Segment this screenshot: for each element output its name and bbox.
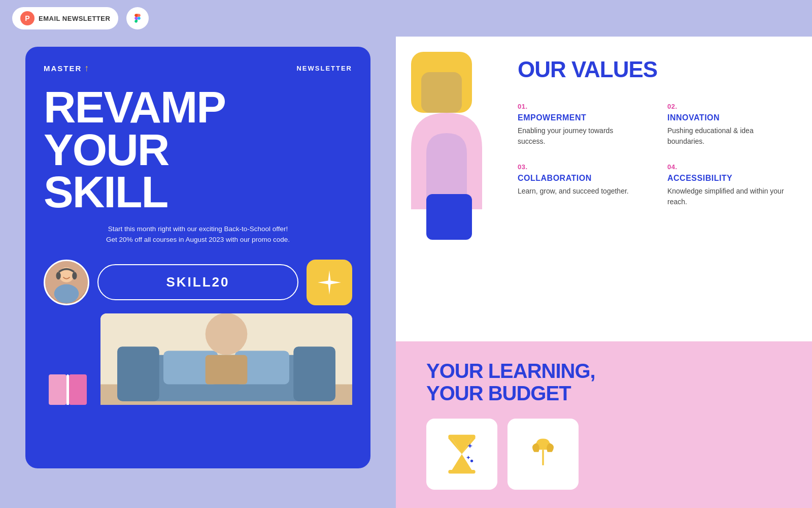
svg-rect-11 (117, 346, 159, 401)
star-icon (316, 269, 343, 296)
svg-point-2 (56, 272, 60, 279)
svg-rect-20 (448, 435, 475, 438)
promo-code-text: SKILL20 (166, 274, 229, 290)
value-item-4: 04. ACCESSIBILITY Knowledge simplified a… (667, 163, 787, 207)
patreon-icon: P (20, 11, 35, 25)
hourglass-svg (442, 434, 482, 474)
promo-code-pill: SKILL20 (97, 264, 298, 300)
patreon-letter: P (25, 14, 29, 22)
svg-point-4 (54, 284, 79, 303)
svg-rect-19 (426, 194, 472, 240)
budget-title: YOUR LEARNING,YOUR BUDGET (426, 360, 782, 404)
value-title-2: INNOVATION (667, 113, 787, 122)
blue-shape (426, 194, 477, 255)
main-content: MASTER ↑ NEWSLETTER REVAMP YOUR SKILL St… (0, 37, 812, 508)
value-desc-4: Knowledge simplified and within your rea… (667, 186, 787, 207)
hero-line-1: REVAMP (44, 86, 352, 129)
logo-area: MASTER ↑ (44, 63, 89, 74)
value-title-3: COLLABORATION (518, 174, 637, 183)
value-number-2: 02. (667, 103, 787, 110)
svg-rect-12 (293, 346, 335, 401)
hero-line-3: SKILL (44, 171, 352, 213)
svg-rect-18 (421, 72, 462, 113)
value-item-1: 01. EMPOWERMENT Enabling your journey to… (518, 103, 637, 147)
hero-line-2: YOUR (44, 129, 352, 171)
hourglass-card (426, 419, 497, 490)
svg-point-3 (72, 272, 77, 279)
tulip-svg (525, 436, 561, 472)
budget-section: YOUR LEARNING,YOUR BUDGET (396, 341, 812, 508)
value-title-1: EMPOWERMENT (518, 113, 637, 122)
avatar-circle (44, 260, 89, 305)
left-panel: MASTER ↑ NEWSLETTER REVAMP YOUR SKILL St… (0, 37, 396, 508)
figma-icon-button[interactable] (126, 7, 149, 29)
values-content: OUR VALUES 01. EMPOWERMENT Enabling your… (497, 37, 812, 341)
avatar-svg (45, 260, 88, 304)
svg-rect-5 (49, 374, 66, 405)
svg-rect-16 (206, 355, 248, 385)
figma-logo-svg (132, 13, 143, 24)
value-desc-3: Learn, grow, and succeed together. (518, 186, 637, 197)
value-desc-1: Enabling your journey towards success. (518, 125, 637, 147)
person-photo (100, 313, 352, 405)
values-grid: 01. EMPOWERMENT Enabling your journey to… (518, 103, 787, 207)
svg-rect-21 (448, 470, 475, 473)
star-badge (307, 260, 352, 305)
newsletter-label: NEWSLETTER (296, 65, 352, 72)
logo-arrow-icon: ↑ (84, 63, 89, 74)
tulip-card (507, 419, 579, 490)
values-deco-column (396, 37, 497, 341)
promo-row: SKILL20 (44, 260, 352, 305)
room-svg (100, 313, 352, 405)
svg-point-15 (206, 313, 248, 355)
logo-masterup-text: MASTER (44, 64, 82, 73)
svg-point-22 (470, 460, 473, 462)
bottom-decorations (44, 313, 352, 405)
value-item-3: 03. COLLABORATION Learn, grow, and succe… (518, 163, 637, 207)
hero-subtitle: Start this month right with our exciting… (44, 224, 352, 245)
hero-title: REVAMP YOUR SKILL (44, 86, 352, 213)
email-newsletter-badge: P EMAIL NEWSLETTER (12, 7, 118, 29)
right-panel: OUR VALUES 01. EMPOWERMENT Enabling your… (396, 37, 812, 508)
yellow-shape-top (406, 47, 477, 118)
email-newsletter-label: EMAIL NEWSLETTER (39, 15, 110, 22)
pink-book-svg (44, 364, 94, 405)
values-wrapper: OUR VALUES 01. EMPOWERMENT Enabling your… (396, 37, 812, 341)
value-desc-2: Pushing educational & idea boundaries. (667, 125, 787, 147)
newsletter-card: MASTER ↑ NEWSLETTER REVAMP YOUR SKILL St… (25, 47, 370, 468)
values-title: OUR VALUES (518, 57, 787, 82)
value-item-2: 02. INNOVATION Pushing educational & ide… (667, 103, 787, 147)
value-number-4: 04. (667, 163, 787, 171)
value-number-1: 01. (518, 103, 637, 110)
top-bar: P EMAIL NEWSLETTER (0, 0, 812, 37)
value-number-3: 03. (518, 163, 637, 171)
budget-cards (426, 419, 782, 490)
value-title-4: ACCESSIBILITY (667, 174, 787, 183)
svg-rect-6 (69, 374, 87, 405)
newsletter-header: MASTER ↑ NEWSLETTER (44, 63, 352, 74)
